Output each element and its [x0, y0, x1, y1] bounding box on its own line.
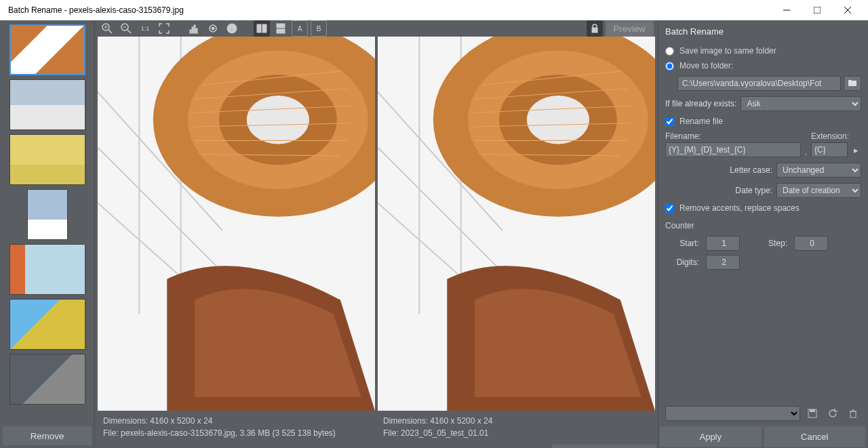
rename-file-check[interactable]: Rename file: [665, 117, 861, 126]
folder-path-input[interactable]: [677, 76, 841, 91]
svg-rect-58: [850, 411, 856, 418]
svg-rect-57: [810, 409, 815, 412]
svg-rect-13: [194, 25, 195, 33]
save-same-folder-input[interactable]: [665, 47, 674, 56]
remove-accents-checkbox[interactable]: [665, 204, 674, 213]
save-same-folder-radio[interactable]: Save image to same folder: [665, 46, 861, 56]
zoom-out-icon[interactable]: [118, 20, 134, 37]
titlebar: Batch Rename - pexels-alexis-caso-315367…: [0, 0, 868, 20]
svg-point-49: [527, 96, 589, 144]
preview-area: Dimensions: 4160 x 5200 x 24 File: pexel…: [95, 37, 658, 443]
minimize-button[interactable]: [771, 0, 802, 20]
save-preset-icon[interactable]: [804, 406, 821, 421]
digits-input[interactable]: [706, 255, 740, 270]
step-label: Step:: [753, 239, 787, 248]
preview-info-before: Dimensions: 4160 x 5200 x 24 File: pexel…: [98, 411, 375, 443]
svg-rect-12: [192, 27, 193, 33]
if-exists-select[interactable]: Ask: [741, 96, 861, 111]
preview-image-before[interactable]: [98, 37, 375, 411]
preview-after: Dimensions: 4160 x 5200 x 24 File: 2023_…: [378, 37, 655, 443]
remove-accents-label: Remove accents, replace spaces: [679, 203, 800, 213]
letter-case-select[interactable]: Unchanged: [776, 163, 861, 178]
center-column: 1:1 i A B Preview: [95, 20, 658, 448]
file-text: File: pexels-alexis-caso-3153679.jpg, 3.…: [103, 427, 370, 439]
preview-toolbar: 1:1 i A B Preview: [95, 20, 658, 37]
close-button[interactable]: [832, 0, 863, 20]
settings-panel: Batch Rename Save image to same folder M…: [658, 20, 868, 448]
cancel-button[interactable]: Cancel: [764, 426, 866, 447]
remove-button[interactable]: Remove: [3, 426, 92, 445]
preview-button: Preview: [606, 21, 654, 37]
view-a-icon[interactable]: A: [292, 20, 308, 37]
action-buttons: Apply to All: [95, 443, 658, 448]
thumbnail-item[interactable]: [9, 79, 85, 130]
delete-preset-icon[interactable]: [845, 406, 861, 421]
remove-accents-check[interactable]: Remove accents, replace spaces: [665, 203, 861, 213]
move-to-folder-label: Move to folder:: [679, 61, 733, 70]
preview-image-after[interactable]: [378, 37, 655, 411]
digits-label: Digits:: [665, 258, 699, 267]
save-same-folder-label: Save image to same folder: [679, 46, 776, 56]
panel-footer: [658, 402, 868, 425]
if-exists-label: If file already exists:: [665, 99, 736, 108]
insert-variable-button[interactable]: ▸: [850, 142, 861, 157]
svg-rect-23: [592, 28, 597, 33]
svg-rect-14: [196, 28, 197, 33]
dot-separator: .: [804, 148, 808, 157]
zoom-in-icon[interactable]: [99, 20, 115, 37]
move-to-folder-radio[interactable]: Move to folder:: [665, 61, 861, 70]
thumbnail-item[interactable]: [9, 299, 85, 350]
reset-icon[interactable]: [825, 406, 841, 421]
counter-title: Counter: [665, 221, 861, 230]
filename-label: Filename:: [665, 131, 801, 141]
exposure-icon[interactable]: [205, 20, 221, 37]
lock-icon[interactable]: [587, 20, 603, 37]
info-icon[interactable]: i: [224, 20, 240, 37]
file-text: File: 2023_05_05_test_01.01: [383, 427, 650, 439]
histogram-icon[interactable]: [186, 20, 202, 37]
preview-before: Dimensions: 4160 x 5200 x 24 File: pexel…: [98, 37, 375, 443]
thumbnail-item[interactable]: [9, 134, 85, 185]
view-b-icon[interactable]: B: [311, 20, 327, 37]
date-type-label: Date type:: [735, 186, 772, 195]
filename-input[interactable]: [665, 142, 801, 157]
maximize-button[interactable]: [802, 0, 832, 20]
svg-rect-22: [277, 29, 285, 33]
svg-rect-11: [190, 30, 191, 33]
apply-to-all-button[interactable]: Apply to All: [552, 445, 656, 448]
zoom-1to1-icon[interactable]: 1:1: [137, 20, 153, 37]
extension-input[interactable]: [811, 142, 848, 157]
step-input[interactable]: [794, 236, 828, 251]
svg-rect-19: [257, 24, 261, 33]
start-input[interactable]: [706, 236, 740, 251]
fit-screen-icon[interactable]: [156, 20, 172, 37]
rename-file-checkbox[interactable]: [665, 117, 674, 126]
preview-info-after: Dimensions: 4160 x 5200 x 24 File: 2023_…: [378, 411, 655, 443]
split-vertical-icon[interactable]: [254, 20, 270, 37]
dimensions-text: Dimensions: 4160 x 5200 x 24: [383, 415, 650, 427]
apply-button[interactable]: Apply: [660, 426, 762, 447]
thumbnail-item[interactable]: [9, 244, 85, 295]
preset-select[interactable]: [665, 406, 800, 421]
panel-title: Batch Rename: [658, 20, 868, 42]
extension-label: Extension:: [811, 131, 848, 141]
svg-point-33: [247, 96, 309, 144]
thumbnail-item[interactable]: [9, 24, 85, 75]
letter-case-label: Letter case:: [730, 165, 772, 175]
browse-folder-button[interactable]: [844, 76, 861, 91]
date-type-select[interactable]: Date of creation: [776, 183, 861, 198]
svg-line-5: [108, 30, 112, 33]
start-label: Start:: [665, 239, 699, 248]
split-horizontal-icon[interactable]: [273, 20, 289, 37]
rename-file-label: Rename file: [679, 117, 723, 126]
svg-rect-1: [814, 7, 821, 14]
thumbnails-sidebar: Remove: [0, 20, 95, 448]
thumbnail-item[interactable]: [9, 354, 85, 405]
move-to-folder-input[interactable]: [665, 62, 674, 70]
svg-point-16: [212, 27, 214, 30]
thumbnails-list[interactable]: [0, 20, 94, 424]
thumbnail-item[interactable]: [27, 189, 68, 240]
svg-line-9: [127, 30, 131, 33]
window-title: Batch Rename - pexels-alexis-caso-315367…: [5, 5, 771, 15]
svg-text:i: i: [231, 25, 233, 33]
